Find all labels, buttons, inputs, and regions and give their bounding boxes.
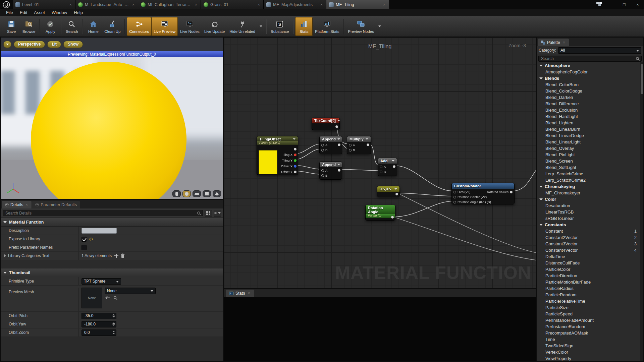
parameter-color-swatch[interactable] bbox=[259, 150, 277, 174]
preview-scene[interactable] bbox=[1, 57, 223, 199]
wire[interactable] bbox=[397, 193, 453, 196]
node-append-bottom[interactable]: Append A B bbox=[319, 162, 342, 180]
layout-icon[interactable] bbox=[596, 2, 602, 8]
collapse-icon[interactable] bbox=[337, 120, 340, 121]
palette-entry[interactable]: Blend_ColorBurn bbox=[537, 81, 640, 88]
node-append-header[interactable]: Append bbox=[320, 136, 342, 142]
doc-tab-mi-callaghan[interactable]: MI_Callaghan_Terrain_Ma × bbox=[138, 0, 201, 9]
thumbnail-section-header[interactable]: Thumbnail bbox=[1, 268, 223, 277]
collapse-icon[interactable] bbox=[337, 164, 340, 165]
tab-parameter-defaults[interactable]: Parameter Defaults bbox=[32, 201, 80, 208]
palette-entry[interactable]: ViewProperty bbox=[537, 355, 640, 361]
menu-item[interactable]: File bbox=[3, 9, 16, 16]
tab-palette[interactable]: Palette × bbox=[538, 39, 569, 46]
close-icon[interactable]: × bbox=[131, 2, 135, 7]
spinner-arrows[interactable] bbox=[112, 314, 115, 317]
node-rotation-angle-header[interactable]: Rotation Angle bbox=[366, 205, 395, 214]
node-multiply[interactable]: Multiply A B bbox=[347, 136, 371, 154]
close-window-button[interactable]: × bbox=[633, 1, 643, 8]
doc-tab-level01[interactable]: Level_01 × bbox=[13, 0, 75, 9]
clean-up-button[interactable]: Clean Up bbox=[102, 17, 123, 36]
platform-stats-button[interactable]: Platform Stats bbox=[313, 17, 341, 36]
palette-entry[interactable]: ParticleDirection bbox=[537, 273, 640, 279]
menu-item[interactable]: Help bbox=[70, 9, 86, 16]
details-search-input[interactable] bbox=[3, 210, 203, 216]
hide-unrelated-dropdown-icon[interactable] bbox=[260, 25, 262, 27]
menu-item[interactable]: Asset bbox=[31, 9, 48, 16]
lit-mode-button[interactable]: Lit bbox=[47, 41, 61, 48]
node-custom-rotator[interactable]: CustomRotator UVs (V2) Rotation Center (… bbox=[451, 183, 515, 204]
palette-entry[interactable]: Blends bbox=[537, 75, 640, 81]
collapse-icon[interactable] bbox=[366, 138, 368, 140]
live-update-toggle-button[interactable]: Live Update bbox=[202, 17, 227, 36]
use-selected-asset-icon[interactable] bbox=[105, 296, 110, 300]
palette-entry[interactable]: Blend_SoftLight bbox=[537, 164, 640, 171]
stats-toggle-button[interactable]: Stats bbox=[295, 17, 313, 36]
material-function-section-header[interactable]: Material Function bbox=[1, 218, 223, 227]
search-button[interactable]: Search bbox=[63, 17, 80, 36]
preview-custom-mesh-button[interactable] bbox=[213, 190, 221, 197]
input-pin-b[interactable] bbox=[380, 171, 382, 173]
collapse-icon[interactable] bbox=[392, 160, 394, 162]
input-pin-a[interactable] bbox=[321, 144, 324, 146]
close-icon[interactable]: × bbox=[562, 40, 566, 45]
palette-entry[interactable]: PerInstanceRandom bbox=[537, 323, 640, 330]
preview-mesh-thumbnail[interactable]: None bbox=[82, 288, 102, 308]
preview-mesh-plane-button[interactable] bbox=[193, 190, 201, 197]
node-constant2vector[interactable]: 0.5,0.5 bbox=[377, 186, 400, 197]
live-preview-toggle-button[interactable]: Live Preview bbox=[151, 17, 178, 36]
palette-entry[interactable]: Blend_LinearDodge bbox=[537, 132, 640, 139]
palette-entry[interactable]: Atmosphere bbox=[537, 62, 640, 69]
close-icon[interactable]: × bbox=[382, 2, 386, 7]
palette-entry[interactable]: Blend_Difference bbox=[537, 101, 640, 107]
node-add-header[interactable]: Add bbox=[378, 158, 397, 164]
close-icon[interactable]: × bbox=[257, 2, 261, 7]
hide-unrelated-toggle-button[interactable]: Hide Unrelated bbox=[227, 17, 258, 36]
node-rotation-angle[interactable]: Rotation Angle Param (0) bbox=[365, 205, 395, 221]
preview-nodes-dropdown-icon[interactable] bbox=[378, 25, 381, 27]
maximize-button[interactable]: □ bbox=[619, 1, 629, 8]
perspective-button[interactable]: Perspective bbox=[14, 41, 45, 48]
tab-stats[interactable]: Stats × bbox=[226, 290, 254, 297]
output-pin[interactable] bbox=[335, 125, 338, 128]
input-pin-b[interactable] bbox=[349, 149, 352, 152]
orbit-yaw-input[interactable] bbox=[82, 322, 116, 326]
node-custom-rotator-header[interactable]: CustomRotator bbox=[452, 183, 514, 189]
palette-entry[interactable]: Blend_ColorDodge bbox=[537, 88, 640, 94]
palette-entry[interactable]: sRGBToLinear bbox=[537, 215, 640, 222]
palette-entry[interactable]: ParticleRandom bbox=[537, 292, 640, 298]
preview-mesh-sphere-button[interactable] bbox=[182, 190, 191, 197]
wire[interactable] bbox=[393, 217, 536, 260]
palette-entry[interactable]: Blend_LinearBurn bbox=[537, 126, 640, 132]
palette-entry[interactable]: PerInstanceFadeAmount bbox=[537, 317, 640, 323]
orbit-yaw-spinner[interactable] bbox=[82, 321, 116, 327]
node-constant-header[interactable]: 0.5,0.5 bbox=[377, 186, 399, 192]
node-texcoord[interactable]: TexCoord[0] bbox=[312, 118, 340, 130]
preview-viewport[interactable]: Perspective Lit Show Previewing: Materia… bbox=[1, 38, 223, 199]
preview-mesh-cube-button[interactable] bbox=[203, 190, 211, 197]
viewport-options-button[interactable] bbox=[3, 41, 11, 48]
palette-entry[interactable]: Time bbox=[537, 336, 640, 343]
browse-asset-icon[interactable] bbox=[113, 296, 117, 300]
rotation-angle-input-pin[interactable] bbox=[453, 201, 456, 203]
wire[interactable] bbox=[295, 171, 321, 174]
wire[interactable] bbox=[340, 169, 380, 171]
doc-tab-grass01[interactable]: Grass_01 × bbox=[201, 0, 264, 9]
palette-entry[interactable]: Blend_Lighten bbox=[537, 120, 640, 126]
input-pin-a[interactable] bbox=[321, 169, 324, 172]
palette-entry[interactable]: Lerp_ScratchGrime2 bbox=[537, 177, 640, 183]
palette-entry[interactable]: Lerp_ScratchGrime bbox=[537, 171, 640, 177]
wire[interactable] bbox=[295, 144, 321, 154]
palette-entry[interactable]: Blend_Screen bbox=[537, 158, 640, 164]
primitive-type-dropdown[interactable]: TPT Sphere bbox=[82, 278, 121, 285]
spinner-arrows[interactable] bbox=[112, 322, 115, 326]
connectors-toggle-button[interactable]: Connectors bbox=[127, 17, 151, 36]
input-pin-b[interactable] bbox=[321, 149, 324, 152]
node-texcoord-header[interactable]: TexCoord[0] bbox=[312, 118, 339, 123]
palette-entry[interactable]: Constant3Vector 3 bbox=[537, 241, 640, 247]
expose-to-library-checkbox[interactable] bbox=[82, 237, 87, 242]
description-field[interactable] bbox=[82, 228, 117, 234]
palette-entry[interactable]: MF_Chromakeyer bbox=[537, 190, 640, 196]
palette-entry[interactable]: Chromakeying bbox=[537, 183, 640, 190]
palette-entry[interactable]: ParticleSize bbox=[537, 304, 640, 311]
